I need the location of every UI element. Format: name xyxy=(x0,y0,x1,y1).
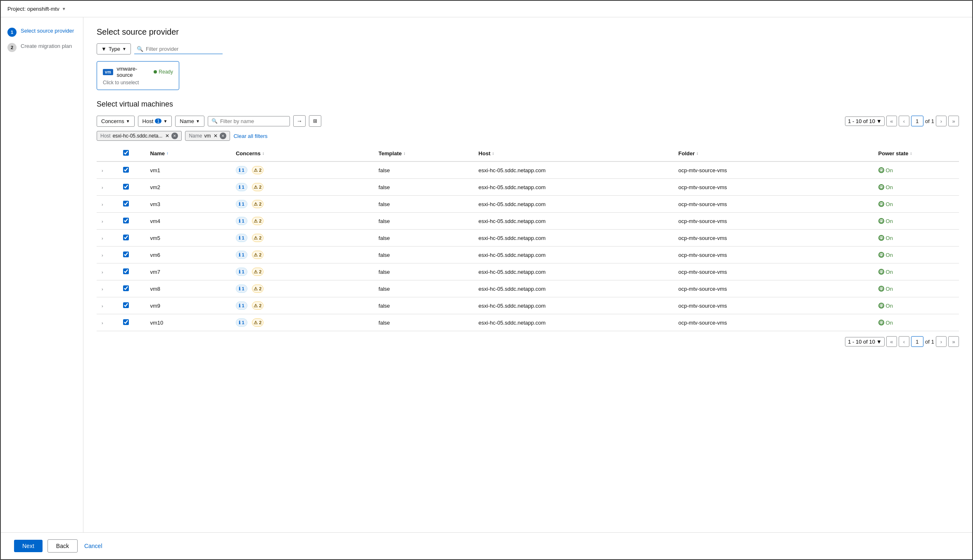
name-filter-button[interactable]: Name ▼ xyxy=(175,116,204,127)
warn-concern-badge[interactable]: ⚠ 2 xyxy=(252,301,263,310)
search-icon: 🔍 xyxy=(137,46,143,52)
provider-card[interactable]: vm vmware-source Ready Click to unselect xyxy=(97,61,179,90)
vm-concerns-cell: ℹ 1 ⚠ 2 xyxy=(231,280,374,297)
warn-concern-badge[interactable]: ⚠ 2 xyxy=(252,285,263,293)
project-label: Project: openshift-mtv xyxy=(7,6,59,12)
vm-folder-cell: ocp-mtv-source-vms xyxy=(674,161,873,179)
power-state-label: On xyxy=(886,184,893,190)
name-chip-clear-button[interactable]: ✕ xyxy=(220,133,226,139)
name-filter-input[interactable] xyxy=(220,118,286,124)
ready-dot-icon xyxy=(154,70,157,74)
info-concern-badge[interactable]: ℹ 1 xyxy=(236,217,247,225)
name-label: Name xyxy=(180,118,194,124)
type-filter-button[interactable]: ▼ Type ▼ xyxy=(97,43,131,55)
vm-name-cell: vm8 xyxy=(145,280,231,297)
last-page-button[interactable]: » xyxy=(948,116,959,126)
next-page-button[interactable]: › xyxy=(936,116,947,126)
first-page-button[interactable]: « xyxy=(886,116,897,126)
name-col-label: Name xyxy=(150,150,165,157)
row-checkbox[interactable] xyxy=(123,285,129,291)
bottom-next-page-button[interactable]: › xyxy=(936,336,947,347)
warn-concern-badge[interactable]: ⚠ 2 xyxy=(252,217,263,225)
info-concern-badge[interactable]: ℹ 1 xyxy=(236,234,247,242)
row-expand-arrow[interactable]: › xyxy=(102,304,103,308)
row-checkbox[interactable] xyxy=(123,201,129,206)
type-filter-label: Type xyxy=(109,46,120,52)
warn-concern-badge[interactable]: ⚠ 2 xyxy=(252,166,263,174)
next-button[interactable]: Next xyxy=(14,540,43,552)
provider-filter-input[interactable] xyxy=(146,46,220,52)
step-2-label: Create migration plan xyxy=(21,43,72,50)
per-page-selector[interactable]: 1 - 10 of 10 ▼ xyxy=(845,116,885,126)
vm-folder-cell: ocp-mtv-source-vms xyxy=(674,213,873,230)
vm-name-cell: vm10 xyxy=(145,314,231,331)
sidebar-step-2: 2 Create migration plan xyxy=(7,43,76,52)
row-expand-arrow[interactable]: › xyxy=(102,270,103,275)
info-concern-badge[interactable]: ℹ 1 xyxy=(236,268,247,276)
row-expand-arrow[interactable]: › xyxy=(102,219,103,224)
info-concern-badge[interactable]: ℹ 1 xyxy=(236,285,247,293)
folder-sort-icon[interactable]: ↕ xyxy=(696,151,698,156)
columns-toggle-button[interactable]: ⊞ xyxy=(309,115,321,127)
power-sort-icon[interactable]: ↕ xyxy=(910,151,912,156)
row-checkbox[interactable] xyxy=(123,184,129,190)
row-expand-arrow[interactable]: › xyxy=(102,168,103,173)
back-button[interactable]: Back xyxy=(47,539,78,553)
clear-all-filters-link[interactable]: Clear all filters xyxy=(233,133,267,139)
info-concern-badge[interactable]: ℹ 1 xyxy=(236,251,247,259)
name-chip-value: vm xyxy=(204,133,211,139)
power-state-label: On xyxy=(886,320,893,326)
info-concern-badge[interactable]: ℹ 1 xyxy=(236,318,247,327)
row-expand-arrow[interactable]: › xyxy=(102,202,103,207)
table-row: › vm2 ℹ 1 ⚠ 2 false esxi-hc-05.sddc.neta… xyxy=(97,179,959,196)
warn-concern-badge[interactable]: ⚠ 2 xyxy=(252,251,263,259)
row-checkbox[interactable] xyxy=(123,167,129,173)
row-expand-arrow[interactable]: › xyxy=(102,236,103,241)
host-chip-remove-button[interactable]: ✕ xyxy=(165,133,169,139)
row-expand-arrow[interactable]: › xyxy=(102,253,103,258)
row-checkbox[interactable] xyxy=(123,252,129,257)
row-checkbox[interactable] xyxy=(123,268,129,274)
concerns-filter-button[interactable]: Concerns ▼ xyxy=(97,116,135,127)
search-submit-button[interactable]: → xyxy=(293,115,306,127)
row-expand-arrow[interactable]: › xyxy=(102,320,103,325)
host-filter-chip: Host esxi-hc-05.sddc.neta... ✕ ✕ xyxy=(97,131,182,141)
host-filter-button[interactable]: Host 1 ▼ xyxy=(138,116,172,127)
info-concern-badge[interactable]: ℹ 1 xyxy=(236,183,247,191)
warn-concern-badge[interactable]: ⚠ 2 xyxy=(252,183,263,191)
row-checkbox[interactable] xyxy=(123,235,129,240)
row-checkbox[interactable] xyxy=(123,218,129,223)
info-concern-badge[interactable]: ℹ 1 xyxy=(236,200,247,208)
bottom-last-page-button[interactable]: » xyxy=(948,336,959,347)
bottom-first-page-button[interactable]: « xyxy=(886,336,897,347)
bottom-per-page-selector[interactable]: 1 - 10 of 10 ▼ xyxy=(845,337,885,346)
warn-concern-badge[interactable]: ⚠ 2 xyxy=(252,200,263,208)
name-chip-remove-button[interactable]: ✕ xyxy=(214,133,218,139)
host-sort-icon[interactable]: ↕ xyxy=(492,151,494,156)
step-1-label[interactable]: Select source provider xyxy=(21,27,74,35)
click-unselect-label: Click to unselect xyxy=(103,80,173,85)
warn-concern-badge[interactable]: ⚠ 2 xyxy=(252,268,263,276)
vm-folder-cell: ocp-mtv-source-vms xyxy=(674,297,873,314)
concerns-sort-icon[interactable]: ↕ xyxy=(262,151,264,156)
bottom-current-page-number: 1 xyxy=(911,336,923,347)
cancel-button[interactable]: Cancel xyxy=(83,540,104,552)
warn-concern-badge[interactable]: ⚠ 2 xyxy=(252,318,263,327)
info-concern-badge[interactable]: ℹ 1 xyxy=(236,301,247,310)
power-on-icon: ⏻ xyxy=(878,269,884,275)
prev-page-button[interactable]: ‹ xyxy=(899,116,909,126)
row-expand-arrow[interactable]: › xyxy=(102,185,103,190)
info-concern-badge[interactable]: ℹ 1 xyxy=(236,166,247,174)
row-checkbox[interactable] xyxy=(123,319,129,325)
warn-concern-badge[interactable]: ⚠ 2 xyxy=(252,234,263,242)
step-2-number: 2 xyxy=(7,43,17,52)
name-sort-icon[interactable]: ↑ xyxy=(166,151,168,156)
select-all-checkbox[interactable] xyxy=(123,150,129,156)
bottom-prev-page-button[interactable]: ‹ xyxy=(899,336,909,347)
row-expand-arrow[interactable]: › xyxy=(102,287,103,292)
row-checkbox[interactable] xyxy=(123,302,129,308)
template-sort-icon[interactable]: ↕ xyxy=(403,151,406,156)
host-chip-clear-button[interactable]: ✕ xyxy=(171,133,178,139)
project-selector[interactable]: Project: openshift-mtv ▼ xyxy=(7,6,66,12)
concerns-col-label: Concerns xyxy=(236,150,261,157)
